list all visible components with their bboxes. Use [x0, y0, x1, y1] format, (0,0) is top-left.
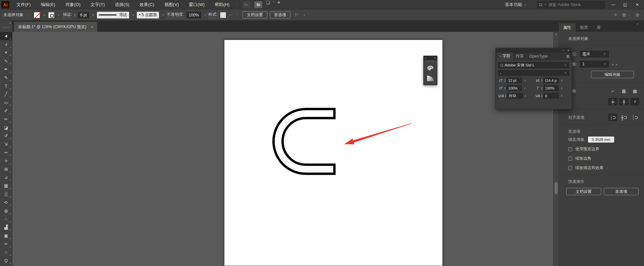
toolbar-expand-icon[interactable]: » [9, 21, 11, 25]
collapse-icon[interactable]: « [562, 49, 564, 52]
chevron-down-icon[interactable]: ˅ [304, 13, 305, 17]
menu-effect[interactable]: 效果(C) [135, 0, 159, 9]
brush-select[interactable]: • 5 点圆形 [137, 12, 159, 18]
bridge-badge-icon[interactable]: Br [242, 1, 250, 8]
use-preview-bounds-checkbox[interactable] [568, 147, 572, 151]
magic-wand-tool[interactable]: ✶ [0, 49, 12, 57]
chevron-down-icon[interactable]: ˅ [524, 87, 526, 90]
vertical-scale-field[interactable]: 100% [506, 85, 522, 91]
opacity-more-arrow[interactable]: › [204, 13, 206, 17]
curvature-tool[interactable]: ✎ [0, 73, 12, 82]
menu-type[interactable]: 文字(T) [86, 0, 110, 9]
tab-properties[interactable]: 属性 [559, 23, 576, 32]
show-transparency-grid-icon[interactable]: ▩ [631, 87, 639, 95]
font-family-select[interactable]: Ϙ Adobe 宋体 Std L ˅ [498, 62, 569, 68]
stepper-icon[interactable]: ▴▾ [504, 79, 505, 82]
preferences-button[interactable]: 首选项 [270, 11, 290, 18]
column-graph-tool[interactable]: ▟ [0, 223, 12, 231]
shape-builder-tool[interactable]: ⊞ [0, 165, 12, 173]
document-tab[interactable]: 未标题-1* @ 126% (CMYK/GPU 预览) × [14, 22, 97, 32]
share-icon[interactable]: ✈ [277, 0, 281, 9]
character-panel-header[interactable]: « ✕ [496, 48, 572, 53]
chevron-down-icon[interactable]: ˅ [131, 13, 135, 17]
stroke-weight-field[interactable]: 6 pt [78, 12, 89, 18]
stock-badge-icon[interactable]: St [254, 1, 262, 8]
rotate-tool[interactable]: ↺ [0, 132, 12, 140]
close-icon[interactable]: ✕ [434, 57, 436, 59]
scale-tool[interactable]: ⇲ [0, 140, 12, 148]
stepper-icon[interactable]: ▴▾ [541, 94, 542, 98]
scale-strokes-effects-checkbox[interactable] [568, 166, 572, 170]
snap-to-glyph-icon[interactable]: ┊Ɔ [631, 114, 639, 121]
puppet-warp-tool[interactable]: ✛ [0, 157, 12, 165]
minimize-button[interactable]: — [607, 0, 619, 9]
menu-file[interactable]: 文件(F) [11, 0, 36, 9]
show-rulers-icon[interactable]: ⌐ [608, 87, 617, 95]
arrange-docs-icon[interactable]: ⊞ ˅ [622, 12, 631, 17]
snap-to-grid-icon[interactable]: ╪ [608, 98, 617, 105]
mesh-tool[interactable]: ▦ [0, 181, 12, 190]
workspace-switcher[interactable]: 基本功能 ˅ [505, 0, 527, 9]
selection-tool[interactable]: ➤ [0, 32, 12, 40]
blend-tool[interactable]: ◍ [0, 207, 12, 215]
smart-guides-icon[interactable]: ⚡ [631, 98, 639, 105]
menu-help[interactable]: 帮助(H) [210, 0, 234, 9]
stroke-label[interactable]: 描边: [63, 12, 72, 18]
next-artboard-icon[interactable]: ▸ [616, 62, 618, 66]
chevron-down-icon[interactable]: ˅ [43, 13, 45, 17]
chevron-down-icon[interactable]: ˅ [229, 13, 231, 17]
chevron-down-icon[interactable]: ˅ [92, 13, 95, 17]
edit-artboards-button[interactable]: 编辑画板 [591, 71, 634, 78]
style-swatch[interactable] [220, 12, 226, 18]
expand-panels-icon[interactable]: » [425, 57, 426, 59]
gradient-panel-icon[interactable] [424, 73, 437, 83]
eyedropper-tool[interactable]: ⚲ [0, 198, 12, 207]
menu-edit[interactable]: 编辑(E) [36, 0, 60, 9]
stock-search-input[interactable]: Ϙ ˅ 搜索 Adobe Stock [537, 1, 605, 8]
lasso-tool[interactable]: ∿ [0, 57, 12, 65]
tracking-field[interactable]: 0 [543, 93, 559, 99]
panel-menu-icon[interactable]: ≣ [566, 54, 570, 59]
toolbar-grip[interactable] [2, 27, 10, 28]
stroke-swatch[interactable] [48, 12, 54, 18]
chevron-down-icon[interactable]: ˅ [273, 0, 274, 9]
font-size-field[interactable]: 12 pt [506, 77, 522, 83]
symbol-sprayer-tool[interactable]: ∴ [0, 215, 12, 223]
chevron-down-icon[interactable]: ˅ [561, 94, 562, 98]
slice-tool[interactable]: ✂ [0, 240, 12, 248]
chevron-down-icon[interactable]: ˅ [561, 79, 562, 82]
shaper-tool[interactable]: ✏ [0, 115, 12, 123]
pen-tool[interactable]: ✒ [0, 65, 12, 73]
chevron-down-icon[interactable]: ˅ [58, 13, 59, 17]
tab-close-icon[interactable]: × [91, 25, 93, 29]
zoom-tool[interactable]: Ϙ [0, 257, 12, 265]
close-button[interactable]: ✕ [631, 0, 643, 9]
tab-character[interactable]: ○字符 [497, 53, 513, 60]
scroll-up-icon[interactable]: ∧ [554, 33, 558, 36]
perspective-grid-tool[interactable]: ⊿ [0, 173, 12, 182]
artboard-select[interactable]: 1˅ [580, 61, 609, 67]
stepper-icon[interactable]: ▴▾ [505, 94, 506, 98]
width-profile-select[interactable]: 等比 [97, 12, 129, 18]
prev-artboard-icon[interactable]: ◂ [611, 62, 613, 66]
paintbrush-tool[interactable]: ✐ [0, 107, 12, 115]
chevron-down-icon[interactable]: ˅ [524, 79, 526, 82]
leading-field[interactable]: (14.4 p [543, 77, 559, 83]
menu-object[interactable]: 对象(O) [60, 0, 86, 9]
menu-select[interactable]: 选择(S) [110, 0, 134, 9]
snap-to-point-icon[interactable]: ┆Ɔ [608, 114, 617, 121]
color-panel-icon[interactable] [424, 63, 437, 73]
opacity-field[interactable]: 100% [186, 12, 202, 18]
kerning-field[interactable]: 自动 [507, 93, 523, 99]
artboard-tool[interactable]: ▣ [0, 231, 12, 240]
stroke-stepper[interactable]: ▴▾ [74, 13, 75, 17]
eraser-tool[interactable]: ◪ [0, 123, 12, 132]
style-label[interactable]: 样式: [208, 12, 217, 18]
opacity-label[interactable]: 不透明度: [167, 12, 184, 18]
canvas-pasteboard[interactable]: » ✕ [12, 32, 553, 266]
stepper-icon[interactable]: ▴▾ [541, 79, 542, 82]
restore-button[interactable]: ◱ [619, 0, 631, 9]
flag-icon[interactable]: ⚐ [294, 12, 299, 17]
quick-document-setup-button[interactable]: 文档设置 [566, 188, 601, 195]
tab-paragraph[interactable]: 段落 [513, 53, 527, 60]
